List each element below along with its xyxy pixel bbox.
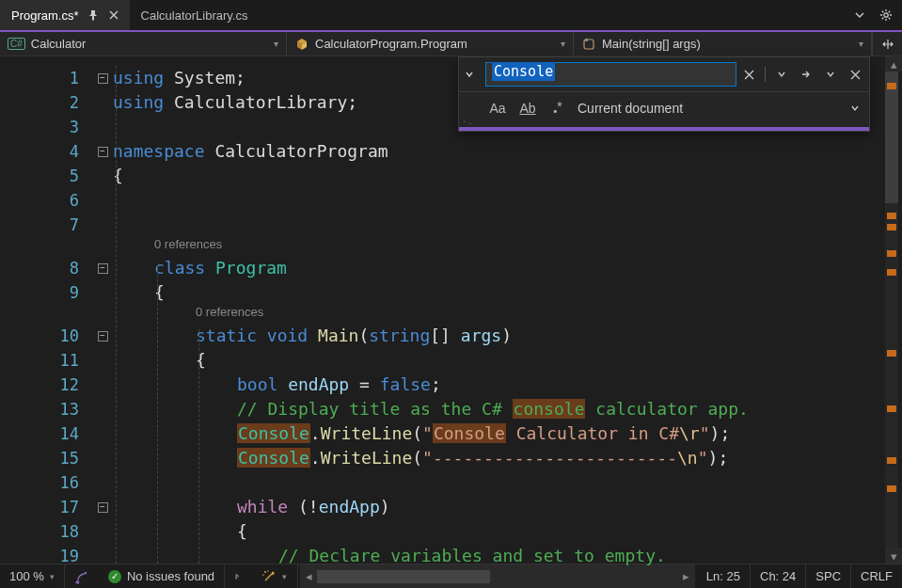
class-icon — [294, 37, 309, 52]
match-marker — [887, 83, 896, 89]
find-accent — [459, 127, 869, 131]
nav-project-label: Calculator — [31, 37, 87, 51]
line-number: 11 — [0, 348, 92, 373]
line-gutter: 1 2 3 4 5 6 7 8 9 10 11 12 13 14 15 16 1… — [0, 56, 92, 564]
chevron-down-icon: ▾ — [274, 39, 278, 49]
line-number: 14 — [0, 421, 92, 446]
line-number: 3 — [0, 115, 92, 139]
nav-member-label: Main(string[] args) — [602, 37, 701, 51]
chevron-down-icon: ▾ — [859, 39, 863, 49]
nav-class[interactable]: CalculatorProgram.Program ▾ — [287, 32, 574, 56]
find-widget: Console Aa Ab •* Current document ⠁⠂ — [458, 56, 870, 132]
fold-toggle[interactable]: − — [98, 502, 108, 513]
match-marker — [887, 405, 896, 412]
split-editor-icon[interactable] — [872, 32, 902, 56]
match-marker — [887, 269, 896, 276]
match-marker — [887, 485, 896, 492]
match-marker — [887, 457, 896, 464]
line-number: 10 — [0, 324, 92, 348]
tab-label: Program.cs* — [11, 8, 79, 23]
line-number: 2 — [0, 90, 92, 115]
find-input[interactable]: Console — [485, 62, 736, 87]
find-in-files-dropdown-icon[interactable] — [822, 66, 839, 83]
line-number: 13 — [0, 397, 92, 421]
line-number: 18 — [0, 519, 92, 544]
match-case-toggle[interactable]: Aa — [487, 101, 508, 116]
line-number: 5 — [0, 164, 92, 188]
scrollbar-thumb[interactable] — [885, 72, 898, 203]
line-number: 17 — [0, 495, 92, 519]
tab-label: CalculatorLibrary.cs — [141, 8, 248, 23]
find-scope-label[interactable]: Current document — [578, 101, 837, 116]
pin-icon[interactable] — [87, 9, 100, 21]
csharp-icon: C# — [8, 38, 25, 50]
find-next-icon[interactable] — [798, 66, 815, 83]
chevron-down-icon[interactable] — [847, 100, 863, 117]
editor: 1 2 3 4 5 6 7 8 9 10 11 12 13 14 15 16 1… — [0, 56, 902, 564]
find-expand-icon[interactable] — [465, 70, 482, 79]
line-number: 8 — [0, 256, 92, 280]
whole-word-toggle[interactable]: Ab — [517, 101, 538, 116]
line-label: Ln: 25 — [706, 569, 740, 583]
svg-point-0 — [884, 13, 888, 17]
match-marker — [887, 213, 896, 219]
nav-class-label: CalculatorProgram.Program — [315, 37, 467, 51]
scroll-up-icon[interactable]: ▴ — [885, 56, 902, 72]
tab-program[interactable]: Program.cs* — [0, 0, 130, 30]
svg-point-6 — [262, 574, 264, 576]
vertical-scrollbar[interactable]: ▴ ▾ — [885, 56, 902, 564]
col-label: Ch: 24 — [760, 569, 796, 583]
line-number: 7 — [0, 213, 92, 237]
codelens-references[interactable]: 0 references — [113, 305, 885, 324]
separator — [765, 67, 766, 82]
method-icon — [581, 37, 596, 52]
line-number: 12 — [0, 373, 92, 397]
nav-project[interactable]: C# Calculator ▾ — [0, 32, 287, 56]
code-area[interactable]: using System; using CalculatorLibrary; n… — [113, 56, 885, 564]
check-icon: ✓ — [108, 570, 121, 583]
line-number: 4 — [0, 139, 92, 164]
fold-toggle[interactable]: − — [98, 331, 108, 342]
svg-point-4 — [264, 571, 266, 573]
line-number: 1 — [0, 66, 92, 90]
issues-label: No issues found — [127, 569, 214, 583]
fold-column: − − − − − — [92, 56, 113, 564]
chevron-down-icon: ▾ — [561, 39, 565, 49]
scrollbar-thumb[interactable] — [317, 570, 490, 583]
svg-rect-2 — [585, 39, 588, 41]
line-number: 15 — [0, 446, 92, 470]
regex-toggle[interactable]: •* — [547, 99, 568, 117]
tab-strip: Program.cs* CalculatorLibrary.cs — [0, 0, 902, 30]
indent-label: SPC — [815, 569, 841, 583]
fold-toggle[interactable]: − — [98, 73, 108, 84]
chevron-down-icon: ▾ — [50, 572, 55, 581]
eol-label: CRLF — [861, 569, 893, 583]
scroll-right-icon[interactable]: ▸ — [678, 569, 695, 583]
find-dismiss-icon[interactable] — [847, 66, 863, 83]
line-number: 6 — [0, 188, 92, 213]
fold-toggle[interactable]: − — [98, 147, 108, 157]
scroll-left-icon[interactable]: ◂ — [300, 569, 317, 583]
match-marker — [887, 350, 896, 357]
match-marker — [887, 224, 896, 230]
gear-icon[interactable] — [878, 7, 894, 24]
scroll-down-icon[interactable]: ▾ — [885, 548, 902, 564]
zoom-label: 100 % — [9, 569, 44, 583]
tab-calculatorlibrary[interactable]: CalculatorLibrary.cs — [130, 0, 258, 30]
svg-point-5 — [267, 570, 269, 572]
find-dropdown-icon[interactable] — [773, 66, 790, 83]
fold-toggle[interactable]: − — [98, 263, 108, 274]
line-number: 16 — [0, 470, 92, 495]
codelens-references[interactable]: 0 references — [113, 237, 885, 256]
line-number: 19 — [0, 544, 92, 568]
tab-overflow-icon[interactable] — [851, 7, 868, 24]
nav-member[interactable]: Main(string[] args) ▾ — [574, 32, 872, 56]
find-close-icon[interactable] — [740, 66, 757, 83]
svg-point-3 — [85, 571, 87, 573]
match-marker — [887, 250, 896, 257]
close-icon[interactable] — [107, 8, 120, 22]
line-number: 9 — [0, 280, 92, 305]
navigation-bar: C# Calculator ▾ CalculatorProgram.Progra… — [0, 30, 902, 56]
